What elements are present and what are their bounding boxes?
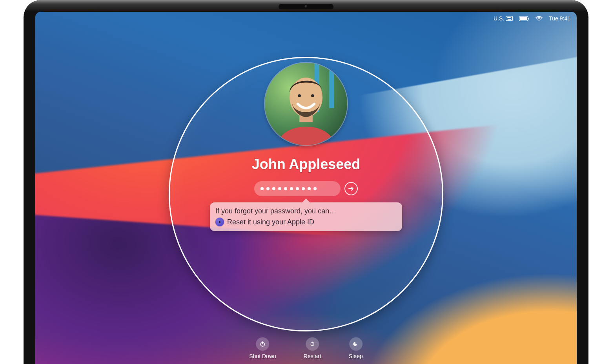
power-icon: [256, 337, 270, 351]
password-dot: [278, 187, 281, 190]
wifi-indicator[interactable]: [536, 16, 543, 21]
moon-icon: [349, 337, 362, 351]
hint-text-line2: Reset it using your Apple ID: [227, 218, 314, 226]
password-dot: [290, 187, 293, 190]
svg-rect-8: [528, 18, 529, 20]
laptop-frame: U.S. Tue 9:41: [24, 0, 588, 364]
arrow-right-icon: [348, 185, 355, 192]
power-options-row: Shut Down Restart Sleep: [249, 337, 362, 359]
password-dot: [284, 187, 287, 190]
restart-icon: [306, 337, 319, 351]
menubar: U.S. Tue 9:41: [35, 12, 577, 25]
svg-rect-3: [509, 17, 510, 18]
clock[interactable]: Tue 9:41: [549, 15, 570, 22]
sleep-button[interactable]: Sleep: [349, 337, 363, 359]
sleep-label: Sleep: [349, 353, 363, 359]
password-hint-popover: If you forgot your password, you can… Re…: [210, 202, 402, 231]
input-source-indicator[interactable]: U.S.: [494, 15, 513, 22]
clock-label: Tue 9:41: [549, 15, 570, 22]
reset-with-apple-id-button[interactable]: Reset it using your Apple ID: [215, 218, 397, 226]
password-dot: [308, 187, 311, 190]
login-submit-button[interactable]: [344, 182, 358, 195]
password-dot: [302, 187, 305, 190]
play-icon: [215, 218, 224, 226]
svg-rect-4: [510, 17, 511, 18]
svg-rect-5: [508, 19, 511, 20]
avatar-image: [265, 63, 347, 145]
svg-rect-2: [508, 17, 509, 18]
password-dot: [272, 187, 275, 190]
screen: U.S. Tue 9:41: [35, 12, 577, 364]
svg-point-14: [298, 94, 301, 97]
restart-button[interactable]: Restart: [304, 337, 321, 359]
camera: [305, 5, 308, 8]
svg-rect-0: [506, 16, 513, 21]
user-avatar[interactable]: [265, 63, 347, 145]
password-input[interactable]: [254, 181, 341, 196]
wifi-icon: [536, 16, 543, 21]
svg-marker-19: [311, 341, 312, 344]
hint-text-line1: If you forgot your password, you can…: [215, 207, 336, 215]
battery-indicator[interactable]: [519, 16, 529, 21]
shut-down-button[interactable]: Shut Down: [249, 337, 276, 359]
input-source-label: U.S.: [494, 15, 504, 22]
svg-marker-16: [219, 221, 221, 224]
svg-point-15: [311, 94, 314, 97]
shut-down-label: Shut Down: [249, 353, 276, 359]
keyboard-icon: [506, 16, 513, 21]
password-dot: [313, 187, 317, 190]
battery-icon: [519, 16, 529, 21]
password-dot: [296, 187, 299, 190]
svg-rect-1: [507, 17, 508, 18]
svg-rect-7: [520, 17, 527, 20]
password-dot: [260, 187, 264, 190]
password-dot: [266, 187, 270, 190]
login-panel: John Appleseed If you forgot your passwo…: [180, 63, 432, 231]
svg-rect-11: [329, 63, 334, 108]
user-name-label: John Appleseed: [252, 156, 361, 173]
restart-label: Restart: [304, 353, 321, 359]
